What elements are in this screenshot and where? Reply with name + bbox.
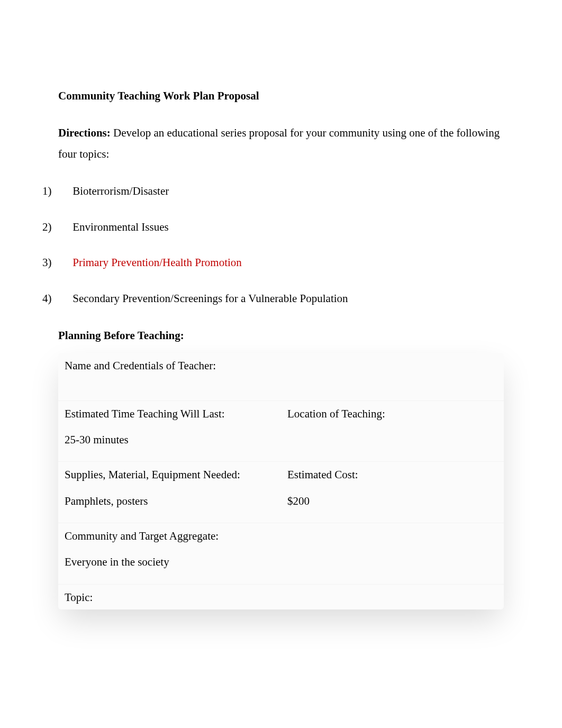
list-text: Secondary Prevention/Screenings for a Vu… bbox=[72, 292, 348, 305]
list-number: 4) bbox=[58, 288, 70, 310]
table-cell-topic: Topic: bbox=[58, 584, 504, 609]
table-cell-location: Location of Teaching: bbox=[281, 401, 504, 462]
topic-list: 1) Bioterrorism/Disaster 2) Environmenta… bbox=[58, 181, 504, 310]
directions-text: Develop an educational series proposal f… bbox=[58, 126, 500, 160]
page-title: Community Teaching Work Plan Proposal bbox=[58, 86, 504, 107]
table-cell-community: Community and Target Aggregate: Everyone… bbox=[58, 523, 504, 584]
table-cell-name-credentials: Name and Credentials of Teacher: bbox=[58, 353, 504, 400]
table-cell-time: Estimated Time Teaching Will Last: 25-30… bbox=[58, 401, 281, 462]
cell-value: Everyone in the society bbox=[65, 556, 169, 568]
list-number: 2) bbox=[58, 217, 70, 238]
table-cell-cost: Estimated Cost: $200 bbox=[281, 461, 504, 523]
list-item: 3) Primary Prevention/Health Promotion bbox=[58, 252, 504, 274]
list-number: 3) bbox=[58, 252, 70, 274]
directions-label: Directions: bbox=[58, 126, 113, 139]
list-item: 4) Secondary Prevention/Screenings for a… bbox=[58, 288, 504, 310]
cell-value: $200 bbox=[287, 495, 310, 507]
cell-label: Topic: bbox=[65, 591, 93, 604]
list-number: 1) bbox=[58, 181, 70, 202]
list-text: Environmental Issues bbox=[72, 221, 168, 233]
planning-heading: Planning Before Teaching: bbox=[58, 325, 504, 347]
list-text-highlighted: Primary Prevention/Health Promotion bbox=[72, 256, 242, 269]
cell-label: Name and Credentials of Teacher: bbox=[65, 359, 216, 372]
cell-value: 25-30 minutes bbox=[65, 433, 129, 446]
table-cell-supplies: Supplies, Material, Equipment Needed: Pa… bbox=[58, 461, 281, 523]
cell-label: Estimated Time Teaching Will Last: bbox=[65, 406, 275, 422]
cell-value: Pamphlets, posters bbox=[65, 495, 148, 507]
cell-label: Location of Teaching: bbox=[287, 406, 497, 422]
bottom-fade bbox=[0, 665, 562, 728]
list-item: 2) Environmental Issues bbox=[58, 217, 504, 238]
planning-table: Name and Credentials of Teacher: Estimat… bbox=[58, 353, 504, 609]
directions-block: Directions: Develop an educational serie… bbox=[58, 123, 504, 165]
list-text: Bioterrorism/Disaster bbox=[72, 185, 169, 197]
cell-label: Estimated Cost: bbox=[287, 467, 497, 483]
list-item: 1) Bioterrorism/Disaster bbox=[58, 181, 504, 202]
cell-label: Community and Target Aggregate: bbox=[65, 529, 497, 544]
cell-label: Supplies, Material, Equipment Needed: bbox=[65, 467, 275, 483]
